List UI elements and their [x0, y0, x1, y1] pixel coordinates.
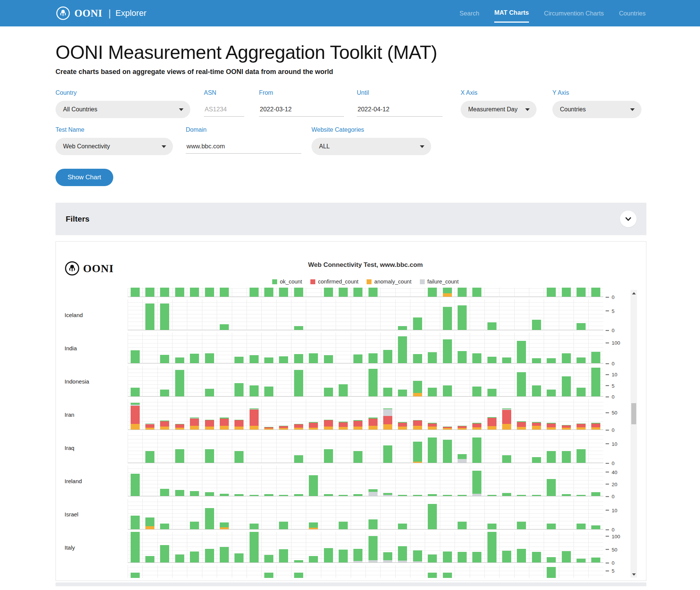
- bar-segment-confirmed_count[interactable]: [324, 420, 333, 426]
- bar-segment-ok_count[interactable]: [279, 356, 288, 363]
- bar-segment-ok_count[interactable]: [220, 494, 229, 496]
- bar-segment-ok_count[interactable]: [220, 522, 229, 527]
- bar-segment-confirmed_count[interactable]: [591, 424, 600, 427]
- bar-segment-ok_count[interactable]: [205, 492, 214, 496]
- bar-segment-ok_count[interactable]: [339, 422, 348, 422]
- bar-segment-ok_count[interactable]: [398, 326, 407, 330]
- bar-segment-ok_count[interactable]: [234, 420, 244, 421]
- bar-segment-ok_count[interactable]: [250, 495, 259, 496]
- bar-segment-ok_count[interactable]: [220, 324, 229, 330]
- bar-segment-ok_count[interactable]: [487, 495, 496, 496]
- bar-segment-ok_count[interactable]: [309, 475, 318, 496]
- bar-segment-ok_count[interactable]: [205, 389, 214, 397]
- bar-segment-ok_count[interactable]: [279, 288, 288, 297]
- bar-segment-ok_count[interactable]: [487, 532, 496, 562]
- bar-segment-ok_count[interactable]: [532, 385, 541, 396]
- bar-segment-ok_count[interactable]: [383, 493, 392, 495]
- bar-segment-ok_count[interactable]: [369, 536, 378, 560]
- bar-segment-ok_count[interactable]: [443, 551, 452, 562]
- bar-segment-ok_count[interactable]: [131, 532, 140, 562]
- bar-segment-ok_count[interactable]: [264, 288, 273, 297]
- bar-segment-anomaly_count[interactable]: [458, 428, 467, 430]
- bar-segment-ok_count[interactable]: [205, 549, 214, 562]
- bar-segment-ok_count[interactable]: [398, 422, 407, 423]
- bar-segment-ok_count[interactable]: [577, 288, 586, 297]
- bar-segment-anomaly_count[interactable]: [487, 426, 496, 430]
- bar-segment-ok_count[interactable]: [502, 551, 511, 563]
- bar-segment-confirmed_count[interactable]: [294, 424, 303, 428]
- bar-segment-ok_count[interactable]: [324, 355, 333, 363]
- nav-link-countries[interactable]: Countries: [619, 5, 646, 22]
- bar-segment-ok_count[interactable]: [428, 288, 437, 297]
- bar-segment-confirmed_count[interactable]: [487, 418, 496, 426]
- scroll-up-icon[interactable]: [631, 290, 637, 296]
- bar-segment-confirmed_count[interactable]: [383, 416, 392, 425]
- bar-segment-ok_count[interactable]: [487, 417, 496, 418]
- bar-segment-anomaly_count[interactable]: [443, 428, 452, 430]
- bar-segment-anomaly_count[interactable]: [428, 427, 437, 430]
- bar-segment-confirmed_count[interactable]: [458, 426, 467, 428]
- bar-segment-ok_count[interactable]: [145, 303, 154, 330]
- bar-segment-failure_count[interactable]: [383, 409, 392, 416]
- bar-segment-ok_count[interactable]: [413, 381, 422, 393]
- bar-segment-failure_count[interactable]: [398, 561, 407, 562]
- bar-segment-ok_count[interactable]: [398, 495, 407, 496]
- bar-segment-anomaly_count[interactable]: [145, 526, 154, 529]
- bar-segment-anomaly_count[interactable]: [324, 427, 333, 430]
- bar-segment-ok_count[interactable]: [502, 455, 511, 463]
- bar-segment-ok_count[interactable]: [131, 474, 140, 496]
- bar-segment-ok_count[interactable]: [458, 426, 467, 426]
- legend-item-ok_count[interactable]: ok_count: [272, 279, 302, 285]
- bar-segment-ok_count[interactable]: [250, 532, 259, 562]
- bar-segment-ok_count[interactable]: [205, 353, 214, 363]
- bar-segment-ok_count[interactable]: [264, 387, 273, 396]
- bar-segment-ok_count[interactable]: [591, 352, 600, 363]
- bar-segment-ok_count[interactable]: [190, 491, 199, 496]
- bar-segment-ok_count[interactable]: [413, 550, 422, 561]
- bar-segment-confirmed_count[interactable]: [175, 424, 184, 427]
- bar-segment-failure_count[interactable]: [369, 492, 378, 496]
- bar-segment-ok_count[interactable]: [458, 522, 467, 530]
- bar-segment-ok_count[interactable]: [383, 552, 392, 560]
- bar-segment-ok_count[interactable]: [383, 445, 392, 463]
- bar-segment-failure_count[interactable]: [502, 409, 511, 410]
- bar-segment-ok_count[interactable]: [458, 288, 467, 297]
- bar-segment-ok_count[interactable]: [220, 547, 229, 562]
- bar-segment-ok_count[interactable]: [279, 522, 288, 530]
- bar-segment-ok_count[interactable]: [517, 421, 526, 422]
- bar-segment-failure_count[interactable]: [353, 561, 362, 562]
- bar-segment-ok_count[interactable]: [160, 355, 169, 363]
- filters-bar[interactable]: Filters: [56, 203, 646, 235]
- bar-segment-anomaly_count[interactable]: [413, 426, 422, 430]
- bar-segment-ok_count[interactable]: [547, 358, 556, 363]
- bar-segment-anomaly_count[interactable]: [220, 527, 229, 529]
- bar-segment-ok_count[interactable]: [458, 305, 467, 330]
- bar-segment-ok_count[interactable]: [458, 552, 467, 562]
- bar-segment-ok_count[interactable]: [562, 451, 571, 463]
- bar-segment-ok_count[interactable]: [458, 495, 467, 496]
- bar-segment-ok_count[interactable]: [175, 490, 184, 496]
- bar-segment-ok_count[interactable]: [234, 383, 244, 396]
- bar-segment-ok_count[interactable]: [443, 427, 452, 427]
- bar-segment-ok_count[interactable]: [190, 354, 199, 363]
- bar-segment-ok_count[interactable]: [472, 423, 481, 424]
- bar-segment-failure_count[interactable]: [369, 560, 378, 562]
- bar-segment-ok_count[interactable]: [250, 355, 259, 363]
- bar-segment-ok_count[interactable]: [577, 559, 586, 563]
- bar-segment-ok_count[interactable]: [398, 390, 407, 396]
- bar-segment-ok_count[interactable]: [428, 504, 437, 529]
- bar-segment-confirmed_count[interactable]: [532, 423, 541, 426]
- bar-segment-ok_count[interactable]: [294, 288, 303, 297]
- bar-segment-ok_count[interactable]: [250, 524, 259, 529]
- bar-segment-ok_count[interactable]: [175, 555, 184, 562]
- legend-item-confirmed_count[interactable]: confirmed_count: [310, 279, 358, 285]
- bar-segment-ok_count[interactable]: [160, 524, 169, 529]
- bar-segment-ok_count[interactable]: [309, 522, 318, 528]
- bar-segment-anomaly_count[interactable]: [309, 428, 318, 430]
- bar-segment-ok_count[interactable]: [369, 353, 378, 363]
- bar-segment-anomaly_count[interactable]: [250, 426, 259, 430]
- bar-segment-ok_count[interactable]: [294, 494, 303, 496]
- bar-segment-ok_count[interactable]: [472, 288, 481, 297]
- bar-segment-ok_count[interactable]: [294, 573, 303, 578]
- bar-segment-ok_count[interactable]: [145, 518, 154, 526]
